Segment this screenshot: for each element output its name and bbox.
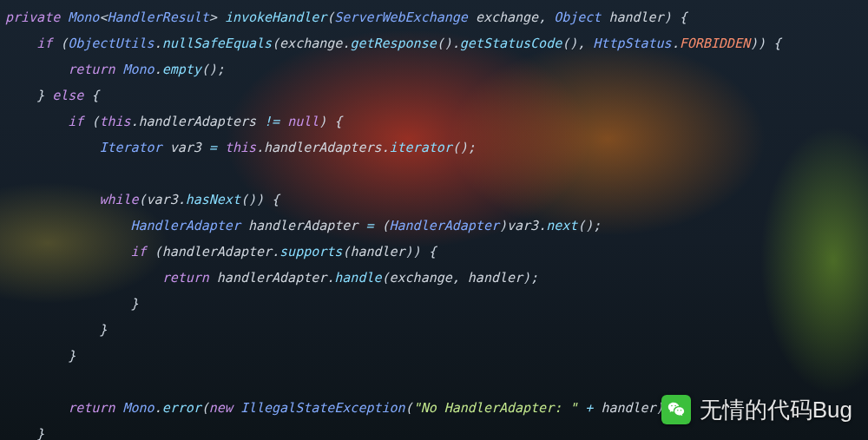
token-id: handlerAdapters [264,140,381,155]
token-pn: ( [382,218,390,233]
token-op: = [365,218,381,233]
token-pn: . [178,192,186,207]
token-pn [5,244,131,259]
token-typ: ObjectUtils [68,36,154,51]
token-mth: error [162,400,201,416]
token-th: this [225,140,256,155]
token-pn: )) { [405,244,437,259]
token-mth: supports [279,244,342,259]
token-mth: next [546,218,577,233]
token-pn: ()) { [240,192,279,207]
token-mth: getStatusCode [460,36,562,51]
token-typ: HandlerAdapter [131,218,248,233]
token-typ: Mono [122,400,154,416]
token-pn: . [256,140,264,155]
token-typ: IllegalStateException [240,400,405,416]
token-kw: else [52,88,83,103]
token-pn: (). [437,36,460,51]
token-pn: . [155,36,162,51]
token-pn [5,218,131,233]
token-pn: } [5,296,139,312]
token-id: handler [468,270,523,286]
token-kw: return [68,400,122,416]
token-op: = [209,140,225,155]
token-kw: if [131,244,155,259]
token-id: handlerAdapter [217,270,326,286]
token-typ: Mono [68,10,99,25]
token-nl: null [287,114,319,129]
code-editor[interactable]: private Mono<HandlerResult> invokeHandle… [0,0,868,440]
token-pn: } [5,88,52,103]
token-pn: . [538,218,546,233]
token-pn [5,192,99,207]
token-pn: } [5,348,76,364]
token-mth: iterator [390,140,452,155]
token-pn: ( [405,400,413,416]
token-pn: ) { [319,114,342,129]
token-pn [5,114,68,129]
token-typ: Object [554,10,608,25]
token-kw: private [5,10,68,25]
token-typ: Iterator [99,140,169,155]
token-pn: ( [201,400,209,416]
token-pn: } [5,426,44,440]
token-pn: . [382,140,390,155]
token-pn: } [5,322,107,338]
token-pn: (), [562,36,593,51]
token-cst: FORBIDDEN [680,36,750,51]
token-pn [5,400,68,416]
token-pn: ( [60,36,68,51]
wechat-icon [661,395,691,424]
watermark: 无情的代码Bug [661,395,852,424]
token-mth: nullSafeEquals [162,36,272,51]
token-mth: invokeHandler [225,10,326,25]
token-pn: , [538,10,554,25]
token-kw: while [99,192,138,207]
token-pn: (); [452,140,476,155]
token-mth: empty [162,62,201,77]
token-pn: . [272,244,279,259]
token-mth: getResponse [350,36,436,51]
token-pn: )) { [750,36,781,51]
token-th: this [99,114,130,129]
token-pn: ( [272,36,279,51]
token-pn: (); [577,218,601,233]
token-pn [5,36,36,51]
token-typ: HandlerResult [107,10,208,25]
token-pn: ( [155,244,162,259]
token-pn: ) [499,218,507,233]
token-pn: { [83,88,99,103]
token-id: exchange [476,10,538,25]
token-id: handler [608,10,663,25]
token-id: var3 [170,140,209,155]
token-typ: HandlerAdapter [390,218,499,233]
token-pn: . [155,400,162,416]
token-pn [5,140,99,155]
token-op: != [264,114,287,129]
token-pn: ) { [664,10,687,25]
token-typ: ServerWebExchange [334,10,476,25]
token-pn: > [209,10,225,25]
token-typ: Mono [122,62,154,77]
token-pn: , [452,270,468,286]
token-pn: . [672,36,680,51]
token-id: handler [601,400,655,416]
token-pn: ( [382,270,390,286]
token-pn: . [155,62,162,77]
token-mth: hasNext [186,192,240,207]
token-id: handlerAdapters [139,114,265,129]
token-pn: ( [326,10,334,25]
token-pn: (); [201,62,225,77]
token-id: handler [350,244,404,259]
token-pn: . [131,114,139,129]
code-block: private Mono<HandlerResult> invokeHandle… [5,10,781,440]
token-id: exchange [279,36,342,51]
token-pn [5,62,68,77]
token-id: handlerAdapter [248,218,365,233]
token-str: "No HandlerAdapter: " [413,400,578,416]
token-typ: HttpStatus [593,36,671,51]
token-id: handlerAdapter [162,244,272,259]
token-kw: if [68,114,91,129]
token-pn: . [326,270,334,286]
token-pn [577,400,585,416]
